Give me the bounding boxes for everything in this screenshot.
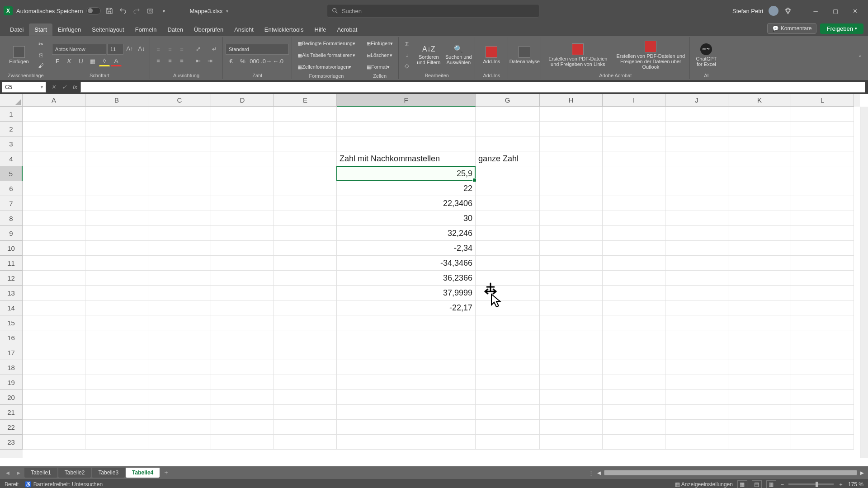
- username[interactable]: Stefan Petri: [732, 8, 763, 14]
- cell-I6[interactable]: [603, 181, 665, 196]
- format-cells-button[interactable]: ▦ Format ▾: [364, 61, 396, 72]
- cell-J9[interactable]: [665, 226, 728, 241]
- cell-K20[interactable]: [728, 390, 791, 405]
- cell-L22[interactable]: [791, 420, 854, 435]
- autosave-toggle[interactable]: Automatisches Speichern: [16, 7, 101, 14]
- cell-C5[interactable]: [148, 166, 211, 181]
- cell-J11[interactable]: [665, 256, 728, 271]
- cell-L11[interactable]: [791, 256, 854, 271]
- fill-color-icon[interactable]: ◊: [99, 56, 110, 66]
- row-header-3[interactable]: 3: [0, 136, 23, 151]
- col-header-L[interactable]: L: [791, 94, 854, 107]
- sheet-tab-tabelle1[interactable]: Tabelle1: [24, 468, 57, 478]
- cell-C9[interactable]: [148, 226, 211, 241]
- menu-überprüfen[interactable]: Überprüfen: [189, 23, 229, 36]
- cell-E7[interactable]: [274, 196, 337, 211]
- cell-A5[interactable]: [23, 166, 85, 181]
- cell-G3[interactable]: [476, 136, 540, 151]
- cell-E5[interactable]: [274, 166, 337, 181]
- cell-E2[interactable]: [274, 122, 337, 136]
- row-header-12[interactable]: 12: [0, 271, 23, 286]
- conditional-formatting-button[interactable]: ▦ Bedingte Formatierung ▾: [295, 38, 358, 49]
- cell-K23[interactable]: [728, 435, 791, 450]
- cell-J3[interactable]: [665, 136, 728, 151]
- cell-B14[interactable]: [85, 300, 148, 315]
- cell-E21[interactable]: [274, 405, 337, 420]
- cell-I23[interactable]: [603, 435, 665, 450]
- col-header-B[interactable]: B: [85, 94, 148, 107]
- ribbon-collapse-icon[interactable]: ˅: [855, 55, 865, 61]
- cell-L16[interactable]: [791, 330, 854, 345]
- cell-J5[interactable]: [665, 166, 728, 181]
- cell-D23[interactable]: [211, 435, 274, 450]
- cell-C16[interactable]: [148, 330, 211, 345]
- menu-entwicklertools[interactable]: Entwicklertools: [259, 23, 309, 36]
- col-header-H[interactable]: H: [540, 94, 603, 107]
- display-settings-button[interactable]: ▦ Anzeigeeinstellungen: [675, 481, 733, 488]
- cell-D12[interactable]: [211, 271, 274, 286]
- cell-L6[interactable]: [791, 181, 854, 196]
- underline-button[interactable]: U: [75, 56, 86, 66]
- cell-E18[interactable]: [274, 360, 337, 375]
- cell-I15[interactable]: [603, 315, 665, 330]
- cell-I16[interactable]: [603, 330, 665, 345]
- menu-seitenlayout[interactable]: Seitenlayout: [86, 23, 130, 36]
- cell-A1[interactable]: [23, 107, 85, 122]
- row-header-8[interactable]: 8: [0, 211, 23, 226]
- cell-G20[interactable]: [476, 390, 540, 405]
- cell-K11[interactable]: [728, 256, 791, 271]
- cell-F21[interactable]: [337, 405, 476, 420]
- cell-K12[interactable]: [728, 271, 791, 286]
- cell-J19[interactable]: [665, 375, 728, 390]
- cell-C8[interactable]: [148, 211, 211, 226]
- cell-B11[interactable]: [85, 256, 148, 271]
- cell-F11[interactable]: -34,3466: [337, 256, 476, 271]
- column-headers[interactable]: ABCDEFGHIJKL: [23, 94, 860, 107]
- cell-K5[interactable]: [728, 166, 791, 181]
- cancel-formula-icon[interactable]: ✕: [48, 84, 59, 90]
- cell-F20[interactable]: [337, 390, 476, 405]
- cell-B20[interactable]: [85, 390, 148, 405]
- col-header-D[interactable]: D: [211, 94, 274, 107]
- tab-scroll-right-icon[interactable]: ►: [14, 469, 24, 476]
- cell-C10[interactable]: [148, 241, 211, 256]
- row-header-1[interactable]: 1: [0, 107, 23, 122]
- cell-J6[interactable]: [665, 181, 728, 196]
- cell-C4[interactable]: [148, 151, 211, 166]
- copy-icon[interactable]: ⎘: [35, 50, 46, 60]
- cell-K17[interactable]: [728, 345, 791, 360]
- cell-B19[interactable]: [85, 375, 148, 390]
- row-header-19[interactable]: 19: [0, 375, 23, 390]
- cell-G11[interactable]: [476, 256, 540, 271]
- zoom-level[interactable]: 175 %: [848, 481, 863, 488]
- cell-L20[interactable]: [791, 390, 854, 405]
- row-header-6[interactable]: 6: [0, 181, 23, 196]
- cell-K7[interactable]: [728, 196, 791, 211]
- cell-E4[interactable]: [274, 151, 337, 166]
- select-all-corner[interactable]: [0, 94, 23, 107]
- horizontal-scrollbar[interactable]: ⋮ ◄ ►: [172, 469, 865, 476]
- cell-I12[interactable]: [603, 271, 665, 286]
- qat-dropdown-icon[interactable]: ▾: [159, 6, 169, 16]
- cell-H22[interactable]: [540, 420, 603, 435]
- cell-G15[interactable]: [476, 315, 540, 330]
- cell-B23[interactable]: [85, 435, 148, 450]
- sheet-tab-tabelle2[interactable]: Tabelle2: [58, 468, 91, 478]
- cell-G13[interactable]: [476, 286, 540, 300]
- cell-G12[interactable]: [476, 271, 540, 286]
- increase-decimal-icon[interactable]: .0→: [261, 56, 272, 66]
- align-right-icon[interactable]: ≡: [176, 56, 187, 66]
- align-middle-icon[interactable]: ≡: [165, 44, 175, 54]
- cell-G7[interactable]: [476, 196, 540, 211]
- row-header-5[interactable]: 5: [0, 166, 23, 181]
- zoom-out-button[interactable]: −: [781, 481, 784, 488]
- cell-J21[interactable]: [665, 405, 728, 420]
- cell-H8[interactable]: [540, 211, 603, 226]
- cell-K19[interactable]: [728, 375, 791, 390]
- cell-K6[interactable]: [728, 181, 791, 196]
- cell-K4[interactable]: [728, 151, 791, 166]
- cell-A10[interactable]: [23, 241, 85, 256]
- menu-hilfe[interactable]: Hilfe: [309, 23, 332, 36]
- row-header-7[interactable]: 7: [0, 196, 23, 211]
- cell-G4[interactable]: ganze Zahl: [476, 151, 540, 166]
